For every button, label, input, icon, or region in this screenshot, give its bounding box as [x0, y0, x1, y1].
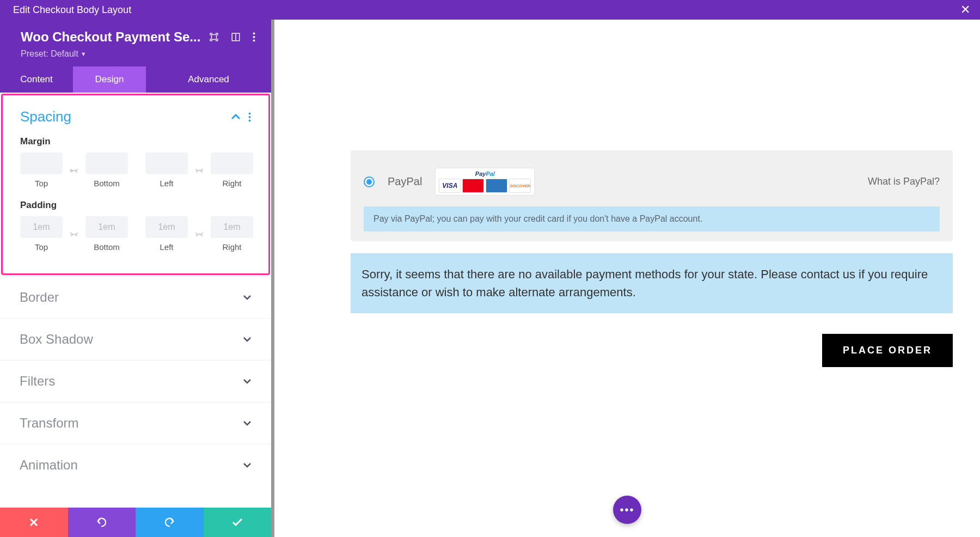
- padding-right-input[interactable]: [211, 216, 253, 238]
- margin-top-caption: Top: [35, 179, 48, 188]
- section-transform-title: Transform: [20, 416, 78, 431]
- svg-point-6: [249, 112, 251, 114]
- margin-label: Margin: [20, 136, 251, 147]
- payment-error-notice: Sorry, it seems that there are no availa…: [351, 253, 953, 313]
- caret-down-icon: ▼: [81, 51, 87, 57]
- paypal-label: PayPal: [388, 175, 422, 188]
- padding-right-caption: Right: [222, 242, 241, 252]
- save-button[interactable]: [204, 508, 272, 537]
- link-icon[interactable]: [68, 231, 80, 237]
- paypal-logo-icon: PayPal: [475, 170, 495, 177]
- section-box-shadow[interactable]: Box Shadow: [0, 318, 271, 360]
- paypal-description: Pay via PayPal; you can pay with your cr…: [364, 206, 940, 231]
- section-animation-title: Animation: [20, 457, 78, 473]
- link-icon[interactable]: [193, 231, 205, 237]
- svg-point-3: [253, 33, 255, 35]
- margin-left-input[interactable]: [145, 152, 188, 174]
- mastercard-icon: [462, 179, 484, 193]
- tab-content[interactable]: Content: [0, 66, 73, 93]
- preset-label: Preset: Default: [21, 49, 78, 59]
- section-kebab-icon[interactable]: [248, 112, 251, 122]
- chevron-down-icon: [243, 337, 252, 342]
- padding-top-caption: Top: [35, 242, 48, 252]
- chevron-down-icon: [243, 295, 252, 300]
- padding-left-input[interactable]: [145, 216, 188, 238]
- columns-icon[interactable]: [231, 32, 241, 42]
- page-title: Edit Checkout Body Layout: [13, 4, 131, 16]
- section-spacing: Spacing Margin Top: [1, 94, 270, 275]
- svg-rect-0: [212, 35, 217, 40]
- undo-button[interactable]: [68, 508, 136, 537]
- place-order-button[interactable]: PLACE ORDER: [822, 334, 953, 367]
- margin-right-caption: Right: [222, 179, 241, 188]
- chevron-down-icon: [243, 379, 252, 384]
- margin-bottom-caption: Bottom: [94, 179, 120, 188]
- collapse-icon[interactable]: [231, 114, 241, 120]
- tab-design[interactable]: Design: [73, 66, 146, 93]
- what-is-paypal-link[interactable]: What is PayPal?: [868, 176, 940, 187]
- section-border[interactable]: Border: [0, 276, 271, 318]
- section-filters[interactable]: Filters: [0, 360, 271, 402]
- section-box-shadow-title: Box Shadow: [20, 332, 93, 347]
- close-icon[interactable]: ✕: [960, 3, 970, 17]
- chevron-down-icon: [243, 420, 252, 426]
- visa-card-icon: VISA: [439, 179, 461, 193]
- padding-top-input[interactable]: [20, 216, 63, 238]
- svg-point-8: [249, 119, 251, 121]
- padding-bottom-caption: Bottom: [94, 242, 120, 252]
- padding-left-caption: Left: [160, 242, 173, 252]
- kebab-icon[interactable]: [253, 32, 255, 42]
- payment-cards-badge: PayPal VISA DISCOVER: [435, 168, 535, 196]
- margin-bottom-input[interactable]: [85, 152, 128, 174]
- padding-label: Padding: [20, 200, 251, 211]
- paypal-radio[interactable]: [364, 176, 375, 187]
- section-spacing-title: Spacing: [20, 108, 71, 125]
- svg-point-5: [253, 40, 255, 42]
- redo-button[interactable]: [136, 508, 204, 537]
- link-icon[interactable]: [193, 167, 205, 174]
- builder-fab-button[interactable]: •••: [613, 496, 641, 524]
- module-title: Woo Checkout Payment Se...: [21, 29, 200, 45]
- payment-box: PayPal PayPal VISA DISCOVER What is PayP…: [351, 150, 953, 241]
- preset-selector[interactable]: Preset: Default ▼: [21, 49, 258, 59]
- margin-left-caption: Left: [160, 179, 173, 188]
- amex-card-icon: [486, 179, 507, 193]
- discover-card-icon: DISCOVER: [509, 179, 531, 193]
- tab-advanced[interactable]: Advanced: [146, 66, 271, 93]
- section-animation[interactable]: Animation: [0, 444, 271, 486]
- link-icon[interactable]: [68, 167, 80, 174]
- expand-icon[interactable]: [209, 32, 219, 42]
- margin-top-input[interactable]: [20, 152, 63, 174]
- cancel-button[interactable]: [0, 508, 68, 537]
- section-border-title: Border: [20, 290, 59, 305]
- svg-point-7: [249, 116, 251, 118]
- padding-bottom-input[interactable]: [85, 216, 128, 238]
- margin-right-input[interactable]: [211, 152, 253, 174]
- section-filters-title: Filters: [20, 374, 55, 389]
- section-transform[interactable]: Transform: [0, 402, 271, 444]
- svg-point-4: [253, 36, 255, 38]
- chevron-down-icon: [243, 462, 252, 468]
